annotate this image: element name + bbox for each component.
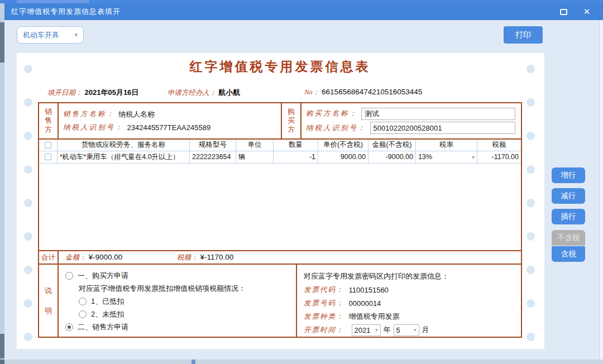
invoice-number-value: 00000014 [349,299,381,308]
option-deducted-label: 1、已抵扣 [91,296,124,306]
chevron-down-icon: ▾ [74,31,78,39]
decorative-dot [527,165,535,174]
remarks-section: 说明 一、购买方申请 对应蓝字增值税专用发票抵扣增值税销项税额情况： 1、已抵扣… [39,264,521,337]
deduction-note: 对应蓝字增值税专用发票抵扣增值税销项税额情况： [59,282,296,295]
option-seller-apply[interactable]: 二、销售方申请 [59,320,296,333]
total-amount-value: ¥-9000.00 [89,253,123,261]
year-select[interactable]: 2021▾ [352,324,381,336]
decorative-dot [24,132,32,140]
col-tax-rate: 税率 [416,140,477,151]
col-amount: 金额(不含税) [368,140,416,151]
select-all-checkbox[interactable] [45,142,51,149]
row-checkbox[interactable] [45,154,51,160]
invoice-time-label: 开票时间： [304,325,344,335]
month-select[interactable]: 5▾ [394,324,419,336]
buyer-name-input[interactable]: 测试 [361,108,515,120]
radio-buyer-apply[interactable] [65,272,73,280]
decorative-dot [24,299,32,308]
invoice-number-label: 发票号码： [304,299,344,308]
invoice-code-value: 1100151560 [349,286,389,294]
seller-name-label: 销售方名称： [63,109,115,119]
col-goods-name: 货物或应税劳务、服务名称 [58,140,190,151]
invoice-type-value: 增值税专用发票 [349,312,400,322]
blue-invoice-info: 对应蓝字专用发票密码区内打印的发票信息： 发票代码：1100151560 发票号… [297,265,521,337]
seller-side-text: 销售方 [44,107,52,134]
col-unit-price: 单价(不含税) [318,140,368,151]
total-tax-label: 税额： [177,253,198,261]
background-window-bottom-edge [0,360,603,364]
option-seller-apply-label: 二、销售方申请 [78,322,128,332]
item-tax-rate-dropdown[interactable]: 13% ▾ [416,151,477,163]
items-table-header: 货物或应税劳务、服务名称 规格型号 单位 数量 单价(不含税) 金额(不含税) … [39,140,521,151]
add-row-button[interactable]: 增行 [552,167,585,183]
decorative-dot [527,266,535,274]
close-button[interactable]: ✕ [577,3,596,20]
decorative-dot [527,299,535,308]
item-tax-cell[interactable]: -1170.00 [477,151,521,163]
left-edge-segment [0,22,4,63]
option-buyer-apply-label: 一、购买方申请 [78,271,128,281]
decorative-dot [527,199,535,207]
item-name-cell[interactable]: *机动车*乘用车（排气量在4.0升以上） [58,151,190,163]
remarks-side-text: 说明 [44,281,52,321]
tax-included-button[interactable]: 含税 [552,246,585,262]
option-deducted[interactable]: 1、已抵扣 [59,295,296,308]
agent-value: 航小航 [219,88,241,97]
item-row[interactable]: *机动车*乘用车（排气量在4.0升以上） 2222223654 辆 -1 900… [39,151,521,164]
buyer-side-text: 购买方 [287,107,295,134]
titlebar[interactable]: 红字增值税专用发票信息表填开 ✕ [4,3,603,20]
form-title: 红字增值税专用发票信息表 [38,58,522,75]
maximize-button[interactable] [554,3,573,20]
chevron-down-icon: ▾ [414,327,417,333]
scrollbar-track[interactable] [599,20,603,360]
decorative-dot [24,65,32,73]
item-unit-cell[interactable]: 辆 [236,151,274,163]
seller-side-label: 销售方 [39,103,59,138]
total-row: 合计 金额：¥-9000.00 税额：¥-1170.00 [39,250,521,264]
maximize-icon [560,9,567,15]
radio-not-deducted[interactable] [79,310,87,318]
buyer-taxid-input[interactable]: 50010220200528001 [370,122,516,134]
agent-label: 申请方经办人： [168,89,217,97]
option-buyer-apply[interactable]: 一、购买方申请 [59,269,296,282]
fill-date-value: 2021年05月16日 [85,88,139,97]
print-button[interactable]: 打印 [504,26,543,44]
radio-seller-apply[interactable] [65,323,73,331]
decorative-dot [527,232,535,241]
month-value: 5 [396,326,400,334]
year-unit: 年 [384,325,391,335]
form-number-value: 661565686474210516053445 [322,88,422,96]
total-amount-label: 金额： [65,253,87,261]
item-amount-cell[interactable]: -9000.00 [368,151,416,163]
fill-date-field: 填开日期：2021年05月16日 [47,88,138,98]
items-table: 货物或应税劳务、服务名称 规格型号 单位 数量 单价(不含税) 金额(不含税) … [39,140,521,251]
remove-row-button[interactable]: 减行 [552,188,585,204]
invoice-code-label: 发票代码： [304,285,344,295]
decorative-dot [24,232,32,241]
decorative-dot [24,165,32,174]
option-not-deducted-label: 2、未抵扣 [91,309,124,319]
buyer-fields: 购买方名称：测试 纳税人识别号：50010220200528001 [302,103,521,138]
month-unit: 月 [422,325,429,335]
left-edge-segment [0,334,4,358]
invoice-type-label: 发票种类： [304,312,344,322]
radio-deducted[interactable] [79,298,87,305]
col-unit: 单位 [236,140,274,151]
item-spec-cell[interactable]: 2222223654 [190,151,236,163]
insert-row-button[interactable]: 插行 [552,209,585,224]
app-window: 红字增值税专用发票信息表填开 ✕ 机动车开具 ▾ 打印 红字增值税专用发票信息表… [0,0,603,364]
invoice-type-dropdown[interactable]: 机动车开具 ▾ [17,26,84,44]
option-not-deducted[interactable]: 2、未抵扣 [59,308,296,320]
decorative-dot [24,266,32,274]
close-icon: ✕ [583,7,591,17]
background-window-left-edge [0,3,4,364]
chevron-down-icon: ▾ [375,327,378,333]
item-price-cell[interactable]: 9000.00 [318,151,368,163]
item-qty-cell[interactable]: -1 [274,151,318,163]
tax-excluded-button[interactable]: 不含税 [552,230,585,246]
total-side-label: 合计 [39,251,59,264]
total-values: 金额：¥-9000.00 税额：¥-1170.00 [59,251,521,264]
buyer-side-label: 购买方 [282,103,302,138]
item-tax-rate-value: 13% [418,153,432,161]
decorative-dot [527,65,535,73]
